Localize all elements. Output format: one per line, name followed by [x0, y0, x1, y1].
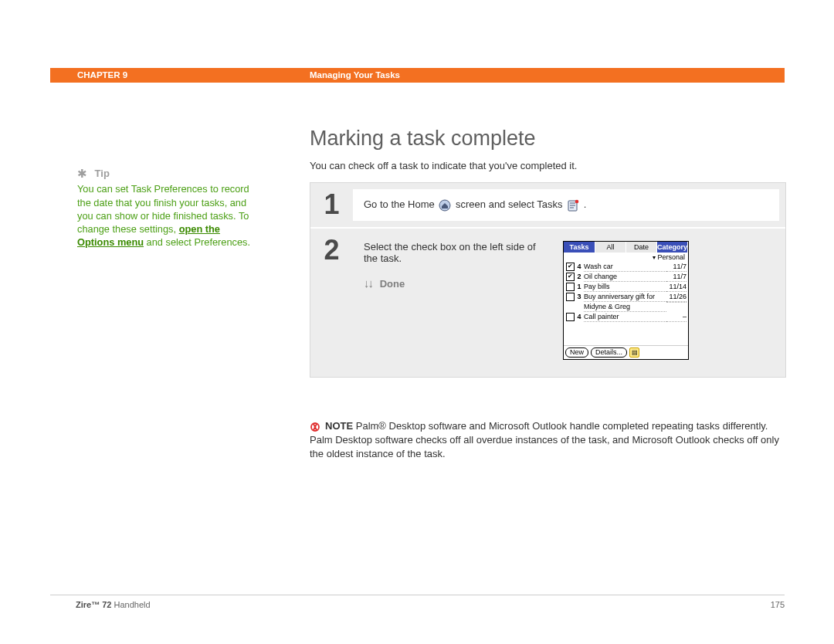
palm-priority: 2 — [576, 272, 582, 281]
palm-task-date: – — [666, 312, 687, 322]
palm-tabs: Tasks All Date Category — [564, 242, 688, 253]
note-icon — [310, 422, 320, 432]
done-indicator: ↓↓ Done — [364, 276, 549, 290]
tip-pre: You can set Task Preferences to record t… — [77, 183, 249, 235]
steps-box: 1 Go to the Home screen and select Tasks… — [310, 182, 786, 378]
dropdown-arrow-icon: ▾ — [653, 254, 656, 261]
palm-task-list: ✔4Wash car11/7✔2Oil change11/71Pay bills… — [564, 262, 688, 345]
palm-checkbox — [566, 313, 575, 321]
step-1-number: 1 — [310, 183, 353, 227]
page-number: 175 — [771, 600, 785, 609]
palm-filter: ▾Personal — [564, 253, 688, 262]
step2-text: Select the check box on the left side of… — [364, 241, 549, 264]
palm-priority: 1 — [576, 282, 582, 291]
note-label: NOTE — [325, 420, 353, 432]
palm-checkbox — [566, 283, 575, 291]
palm-task-date: 11/14 — [666, 282, 687, 292]
note-block: NOTE Palm® Desktop software and Microsof… — [310, 419, 781, 462]
step-2-number: 2 — [310, 229, 353, 377]
palm-task-text: Wash car — [584, 262, 666, 272]
palm-task-text: Pay bills — [584, 282, 666, 292]
note-text: Palm® Desktop software and Microsoft Out… — [310, 420, 779, 459]
intro-text: You can check off a task to indicate tha… — [310, 160, 577, 171]
tip-label: Tip — [95, 168, 110, 179]
palm-new-button: New — [565, 347, 588, 358]
palm-footer: New Details... ▤ — [564, 345, 688, 359]
step-2: 2 Select the check box on the left side … — [310, 229, 785, 377]
chapter-label: CHAPTER 9 — [77, 70, 127, 80]
header-bar: CHAPTER 9 Managing Your Tasks — [50, 68, 785, 83]
palm-task-text: Buy anniversary gift for — [584, 292, 666, 302]
done-label: Done — [380, 278, 405, 290]
palm-task-date: 11/7 — [666, 262, 687, 272]
tip-block: ✱ Tip You can set Task Preferences to re… — [77, 165, 255, 249]
palm-task-text: Midyne & Greg — [584, 302, 666, 312]
down-arrow-icon: ↓ — [368, 276, 375, 290]
palm-task-row: 3Buy anniversary gift for11/26 — [565, 292, 687, 302]
step-2-content: Select the check box on the left side of… — [353, 235, 779, 366]
palm-priority: 3 — [576, 292, 582, 301]
tasks-icon — [567, 199, 579, 212]
palm-checkbox: ✔ — [566, 263, 575, 271]
palm-tab-all: All — [595, 242, 626, 253]
step1-pre: Go to the Home — [364, 198, 437, 210]
palm-note-icon: ▤ — [629, 347, 639, 358]
footer-model: Zire™ 72 Handheld — [50, 600, 151, 609]
tip-body: You can set Task Preferences to record t… — [77, 182, 255, 249]
step1-mid: screen and select Tasks — [456, 198, 565, 210]
palm-task-row: ✔2Oil change11/7 — [565, 272, 687, 282]
step1-post: . — [584, 198, 587, 210]
palm-checkbox: ✔ — [566, 273, 575, 281]
palm-priority: 4 — [576, 262, 582, 271]
palm-tab-date: Date — [626, 242, 657, 253]
palm-task-row: 1Pay bills11/14 — [565, 282, 687, 292]
step-1-content: Go to the Home screen and select Tasks . — [353, 189, 779, 221]
palm-task-row: Midyne & Greg — [565, 302, 687, 312]
palm-task-text: Call painter — [584, 312, 666, 322]
palm-task-date: 11/7 — [666, 272, 687, 282]
palm-task-row: ✔4Wash car11/7 — [565, 262, 687, 272]
page-footer: Zire™ 72 Handheld 175 — [50, 595, 785, 609]
palm-details-button: Details... — [591, 347, 627, 358]
palm-task-date — [666, 302, 687, 303]
tip-post: and select Preferences. — [144, 236, 250, 248]
svg-point-2 — [575, 199, 579, 203]
asterisk-icon: ✱ — [77, 167, 87, 180]
palm-task-row: 4Call painter– — [565, 312, 687, 322]
palm-task-text: Oil change — [584, 272, 666, 282]
palm-priority: 4 — [576, 312, 582, 321]
palm-tab-tasks: Tasks — [564, 242, 595, 253]
section-heading: Marking a task complete — [310, 127, 536, 151]
palm-tab-category: Category — [657, 242, 688, 253]
home-icon — [439, 199, 451, 212]
chapter-title: Managing Your Tasks — [310, 70, 400, 80]
palm-checkbox — [566, 293, 575, 301]
palm-tasks-screenshot: Tasks All Date Category ▾Personal ✔4Wash… — [563, 241, 689, 360]
step-1: 1 Go to the Home screen and select Tasks… — [310, 183, 785, 229]
palm-task-date: 11/26 — [666, 292, 687, 302]
